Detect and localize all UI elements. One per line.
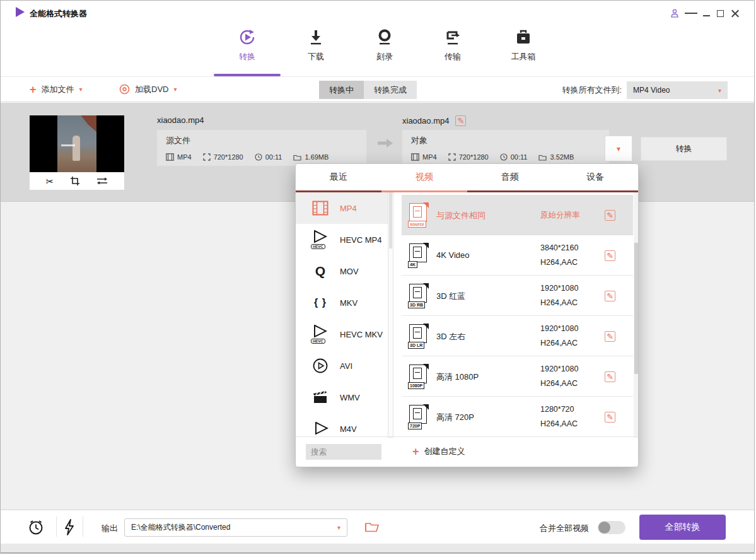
preset-list-scrollbar[interactable] [634,192,638,438]
performance-icon[interactable] [64,519,75,535]
preset-codec: H264,AAC [540,258,578,267]
format-label: AVI [340,361,352,371]
convert-file-button[interactable]: 转换 [641,137,727,161]
output-format-value: MP4 Video [633,86,670,95]
menu-icon[interactable] [685,8,697,19]
maximize-button[interactable] [714,8,726,19]
popup-tabs: 最近 视频 音频 设备 [296,164,638,192]
format-item-avi[interactable]: AVI [296,350,388,382]
nav-tab-toolbox[interactable]: 工具箱 [501,27,546,62]
popup-tab-video[interactable]: 视频 [381,164,467,192]
target-duration: 00:11 [500,153,528,161]
nav-label-transfer: 传输 [430,51,475,62]
chevron-down-icon: ▾ [173,86,177,93]
preset-codec: H264,AAC [540,298,578,307]
mkv-icon: { } [314,297,327,308]
target-size: 3.52MB [538,153,574,161]
chevron-down-icon: ▾ [79,86,83,93]
format-label: WMV [340,393,360,402]
search-input[interactable] [306,444,381,460]
close-button[interactable] [729,8,741,19]
popup-tab-device[interactable]: 设备 [552,164,638,192]
edit-preset-icon[interactable]: ✎ [605,331,615,342]
preset-name: 4K Video [436,250,470,260]
edit-preset-icon[interactable]: ✎ [605,371,615,382]
preset-codec: H264,AAC [540,379,578,388]
rename-icon[interactable]: ✎ [455,115,466,126]
burn-icon [375,27,395,47]
nav-tab-transfer[interactable]: 传输 [430,27,475,62]
preset-resolution: 1920*1080 [540,365,578,373]
clip-tools: ✂ [30,172,124,190]
nav-tab-burn[interactable]: 刻录 [362,27,407,62]
nav-tab-convert[interactable]: 转换 [224,27,270,62]
app-logo-icon [16,7,25,17]
avi-play-icon [313,358,328,373]
format-item-mov[interactable]: Q MOV [296,255,388,287]
preset-hd-720p[interactable]: 720P 高清 720P 1280*720 H264,AAC ✎ [402,397,633,437]
preset-4k[interactable]: 4K 4K Video 3840*2160 H264,AAC ✎ [402,235,633,276]
arrow-right-icon [377,137,393,149]
target-format-dropdown-button[interactable]: ▾ [605,136,632,161]
tab-converted[interactable]: 转换完成 [364,81,417,99]
nav-tab-download[interactable]: 下载 [293,27,339,62]
add-files-button[interactable]: + 添加文件 ▾ [30,77,83,102]
video-thumbnail[interactable]: ✂ [30,115,124,190]
format-label: MP4 [340,204,357,213]
format-item-hevc-mp4[interactable]: HEVC HEVC MP4 [296,224,388,255]
plus-icon: + [412,446,419,457]
tab-converting[interactable]: 转换中 [319,81,364,99]
popup-tab-recent[interactable]: 最近 [296,164,381,192]
format-item-mkv[interactable]: { } MKV [296,287,388,318]
source-info-panel: 源文件 MP4 720*1280 00:11 [157,130,366,166]
create-custom-button[interactable]: + 创建自定义 [412,446,465,457]
convert-all-button[interactable]: 全部转换 [639,515,726,540]
source-file-icon: source [409,203,428,226]
preset-resolution: 1280*720 [540,405,574,414]
edit-preset-icon[interactable]: ✎ [605,250,615,261]
merge-toggle[interactable] [598,521,625,534]
preset-file-icon: 1080P [409,365,428,388]
hevc-icon: HEVC [311,325,330,344]
plus-icon: + [30,84,37,95]
format-list-scrollbar[interactable] [388,192,393,438]
source-resolution: 720*1280 [203,153,243,161]
preset-3d-lr[interactable]: 3D LR 3D 左右 1920*1080 H264,AAC ✎ [402,316,633,356]
merge-all-label: 合并全部视频 [540,523,589,534]
preset-same-as-source[interactable]: source 与源文件相同 原始分辨率 ✎ [402,195,633,235]
edit-preset-icon[interactable]: ✎ [605,412,615,423]
minimize-button[interactable] [700,8,712,19]
popup-tab-audio[interactable]: 音频 [467,164,553,192]
main-area: ✂ xiaodao.mp4 源文件 MP [1,103,754,510]
open-folder-icon[interactable] [365,521,379,532]
target-info-panel: 对象 MP4 720*1280 00:11 [402,130,609,166]
format-item-hevc-mkv[interactable]: HEVC HEVC MKV [296,318,388,350]
source-file-name: xiaodao.mp4 [157,115,204,125]
output-path-select[interactable]: E:\全能格式转换器\Converted ▾ [124,518,347,537]
format-item-m4v[interactable]: M4V [296,413,388,438]
adjust-icon[interactable] [96,177,108,185]
output-path-value: E:\全能格式转换器\Converted [131,522,230,533]
crop-icon[interactable] [70,176,80,186]
preset-name: 3D 红蓝 [436,291,465,302]
load-dvd-button[interactable]: 加载DVD ▾ [119,77,177,102]
preset-resolution: 1920*1080 [540,284,578,293]
format-item-wmv[interactable]: WMV [296,382,388,413]
quicktime-icon: Q [315,264,325,279]
preset-3d-rb[interactable]: 3D RB 3D 红蓝 1920*1080 H264,AAC ✎ [402,276,633,316]
format-list: MP4 HEVC HEVC MP4 Q MOV { } [296,192,388,438]
source-size: 1.69MB [293,153,329,161]
preset-hd-1080p[interactable]: 1080P 高清 1080P 1920*1080 H264,AAC ✎ [402,356,633,397]
format-item-mp4[interactable]: MP4 [296,192,388,224]
output-format-select[interactable]: MP4 Video ▾ [627,81,728,99]
account-icon[interactable] [668,8,681,19]
edit-preset-icon[interactable]: ✎ [605,210,615,221]
m4v-icon [312,422,329,436]
trim-icon[interactable]: ✂ [46,177,54,186]
film-icon [411,153,419,161]
schedule-icon[interactable] [28,519,44,535]
hevc-icon: HEVC [311,230,330,249]
edit-preset-icon[interactable]: ✎ [605,291,615,301]
window-footer-gap [1,544,754,552]
app-title: 全能格式转换器 [30,8,87,20]
